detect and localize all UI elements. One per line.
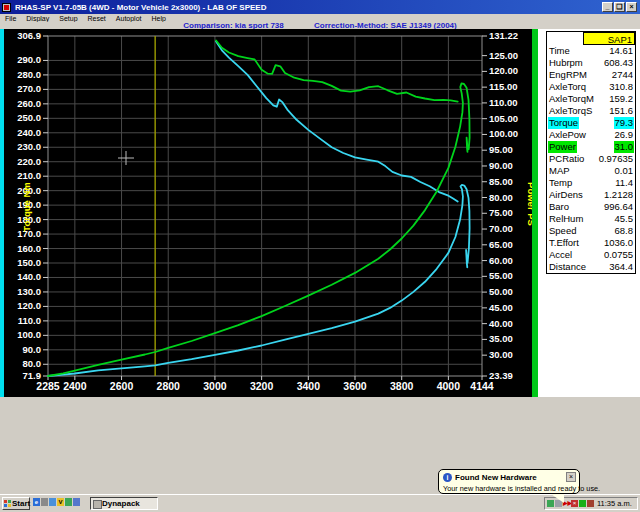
row-value: 159.2 bbox=[608, 93, 634, 105]
row-label: AxlePow bbox=[548, 129, 587, 141]
dyno-chart[interactable]: 306.9290.0280.0270.0260.0250.0240.0230.0… bbox=[0, 29, 540, 397]
internet-explorer-icon[interactable]: e bbox=[33, 498, 40, 506]
row-label: AxleTorq bbox=[548, 81, 587, 93]
menu-item-autoplot[interactable]: Autoplot bbox=[111, 15, 147, 22]
row-value: 0.0755 bbox=[603, 249, 634, 261]
notification-close-button[interactable]: × bbox=[566, 472, 576, 482]
quicklaunch-icon-6[interactable] bbox=[73, 498, 80, 506]
row-label: AxleTorqM bbox=[548, 93, 595, 105]
left-tick-label: 150.0 bbox=[17, 257, 41, 268]
right-tick-label: 90.00 bbox=[489, 160, 513, 171]
table-row: PCRatio0.97635 bbox=[547, 153, 635, 165]
x-tick-label: 3400 bbox=[297, 380, 321, 392]
x-tick-label: 2285 bbox=[36, 380, 60, 392]
tray-icon-6[interactable] bbox=[587, 500, 594, 507]
x-tick-label: 2800 bbox=[157, 380, 181, 392]
notification-balloon: i Found New Hardware × Your new hardware… bbox=[438, 469, 580, 494]
left-tick-label: 100.0 bbox=[17, 329, 41, 340]
desktop: RHAS-SP V1.7-05B (4WD - Motor Vehicle 2x… bbox=[0, 0, 640, 512]
menu-item-reset[interactable]: Reset bbox=[83, 15, 111, 22]
close-button[interactable]: × bbox=[626, 2, 637, 12]
row-value: 2744 bbox=[611, 69, 634, 81]
left-tick-label: 160.0 bbox=[17, 243, 41, 254]
row-label: Baro bbox=[548, 201, 570, 213]
row-label: Distance bbox=[548, 261, 587, 273]
menu-item-display[interactable]: Display bbox=[21, 15, 54, 22]
left-tick-label: 260.0 bbox=[17, 98, 41, 109]
row-label: Hubrpm bbox=[548, 57, 584, 69]
table-row: Accel0.0755 bbox=[547, 249, 635, 261]
row-label: Power bbox=[548, 141, 577, 153]
taskbar-button-dynapack[interactable]: Dynapack bbox=[90, 497, 158, 510]
app-icon bbox=[2, 3, 11, 12]
tray-icon-1[interactable] bbox=[547, 500, 554, 507]
table-row: Torque79.3 bbox=[547, 117, 635, 129]
right-tick-label: 65.00 bbox=[489, 239, 513, 250]
start-button[interactable]: Start bbox=[2, 497, 30, 510]
info-icon: i bbox=[443, 473, 452, 482]
x-tick-label: 3800 bbox=[390, 380, 414, 392]
quicklaunch-icon-4[interactable]: V bbox=[57, 498, 64, 506]
menu-item-help[interactable]: Help bbox=[147, 15, 171, 22]
menu-item-setup[interactable]: Setup bbox=[54, 15, 82, 22]
data-table: SAP1Time14.61Hubrpm608.43EngRPM2744AxleT… bbox=[546, 31, 636, 274]
table-row: Distance364.4 bbox=[547, 261, 635, 273]
x-tick-label: 2600 bbox=[110, 380, 134, 392]
maximize-button[interactable]: ❏ bbox=[614, 2, 625, 12]
table-row: AirDens1.2128 bbox=[547, 189, 635, 201]
quicklaunch-icon-2[interactable] bbox=[41, 498, 48, 506]
table-row: Speed68.8 bbox=[547, 225, 635, 237]
series-power-rise bbox=[48, 83, 470, 376]
comparison-bar: Comparison: kia sport 738 Correction-Met… bbox=[0, 22, 640, 29]
right-tick-label: 50.00 bbox=[489, 286, 513, 297]
taskbar-clock: 11:35 a.m. bbox=[597, 499, 632, 508]
left-tick-label: 110.0 bbox=[18, 315, 41, 326]
row-label: T.Effort bbox=[548, 237, 580, 249]
row-value: 14.61 bbox=[608, 45, 634, 57]
left-tick-label: 306.9 bbox=[17, 30, 41, 41]
table-row: MAP0.01 bbox=[547, 165, 635, 177]
table-row: Hubrpm608.43 bbox=[547, 57, 635, 69]
right-tick-label: 45.00 bbox=[489, 302, 513, 313]
system-tray: ▶▶ × 11:35 a.m. bbox=[544, 497, 638, 510]
table-row: Power31.0 bbox=[547, 141, 635, 153]
right-tick-label: 40.00 bbox=[489, 318, 513, 329]
minimize-button[interactable]: _ bbox=[602, 2, 613, 12]
table-row: AxleTorqS151.6 bbox=[547, 105, 635, 117]
data-table-header: SAP1 bbox=[547, 32, 635, 45]
menu-item-file[interactable]: File bbox=[0, 15, 21, 22]
row-label: PCRatio bbox=[548, 153, 585, 165]
right-tick-label: 110.00 bbox=[489, 97, 518, 108]
left-tick-label: 230.0 bbox=[17, 141, 41, 152]
tray-icon-4[interactable]: × bbox=[571, 500, 578, 507]
tray-media-icon[interactable]: ▶▶ bbox=[563, 500, 570, 507]
quicklaunch-icon-3[interactable] bbox=[49, 498, 56, 506]
right-tick-label: 60.00 bbox=[489, 255, 513, 266]
x-tick-label: 3200 bbox=[250, 380, 274, 392]
tray-icon-2[interactable] bbox=[555, 500, 562, 507]
right-tick-label: 55.00 bbox=[489, 270, 513, 281]
quick-launch-bar: e V bbox=[33, 498, 80, 506]
chart-canvas[interactable]: 306.9290.0280.0270.0260.0250.0240.0230.0… bbox=[0, 29, 540, 397]
row-label: RelHum bbox=[548, 213, 584, 225]
table-row: AxleTorq310.8 bbox=[547, 81, 635, 93]
left-tick-label: 270.0 bbox=[17, 83, 41, 94]
right-tick-label: 125.00 bbox=[489, 50, 518, 61]
quicklaunch-icon-5[interactable] bbox=[65, 498, 72, 506]
row-value: 364.4 bbox=[608, 261, 634, 273]
row-value: 79.3 bbox=[614, 117, 635, 129]
plot-border bbox=[48, 36, 482, 376]
row-value: 1036.0 bbox=[603, 237, 634, 249]
row-value: 31.0 bbox=[614, 141, 635, 153]
x-tick-label: 3600 bbox=[343, 380, 367, 392]
right-tick-label: 100.00 bbox=[489, 128, 518, 139]
left-tick-label: 120.0 bbox=[17, 300, 41, 311]
left-tick-label: 80.0 bbox=[23, 358, 42, 369]
table-row: Temp11.4 bbox=[547, 177, 635, 189]
tray-icon-5[interactable] bbox=[579, 500, 586, 507]
row-value: 151.6 bbox=[608, 105, 634, 117]
row-value: 45.5 bbox=[614, 213, 635, 225]
windows-logo-icon bbox=[4, 500, 11, 507]
series-power-fall bbox=[216, 41, 458, 102]
row-label: Time bbox=[548, 45, 571, 57]
